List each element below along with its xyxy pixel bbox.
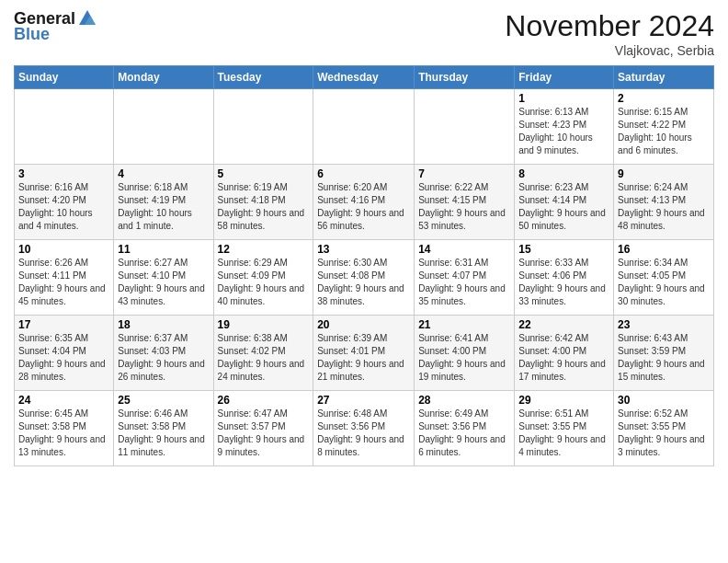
day-number: 6 [317, 167, 410, 180]
day-info: Sunrise: 6:43 AM Sunset: 3:59 PM Dayligh… [618, 332, 710, 384]
day-number: 23 [618, 318, 710, 331]
table-cell: 26Sunrise: 6:47 AM Sunset: 3:57 PM Dayli… [213, 391, 313, 466]
table-cell: 30Sunrise: 6:52 AM Sunset: 3:55 PM Dayli… [614, 391, 714, 466]
day-number: 2 [618, 92, 710, 105]
table-cell: 11Sunrise: 6:27 AM Sunset: 4:10 PM Dayli… [114, 240, 213, 316]
day-number: 29 [518, 394, 609, 407]
col-friday: Friday [515, 66, 614, 89]
day-info: Sunrise: 6:46 AM Sunset: 3:58 PM Dayligh… [118, 408, 209, 459]
table-cell: 20Sunrise: 6:39 AM Sunset: 4:01 PM Dayli… [313, 316, 415, 391]
calendar-header-row: Sunday Monday Tuesday Wednesday Thursday… [15, 66, 714, 89]
table-cell: 2Sunrise: 6:15 AM Sunset: 4:22 PM Daylig… [614, 89, 714, 165]
day-info: Sunrise: 6:42 AM Sunset: 4:00 PM Dayligh… [518, 332, 609, 384]
table-cell: 10Sunrise: 6:26 AM Sunset: 4:11 PM Dayli… [15, 240, 114, 316]
day-number: 26 [218, 394, 310, 407]
table-cell: 13Sunrise: 6:30 AM Sunset: 4:08 PM Dayli… [313, 240, 415, 316]
day-info: Sunrise: 6:29 AM Sunset: 4:09 PM Dayligh… [218, 257, 310, 308]
day-info: Sunrise: 6:26 AM Sunset: 4:11 PM Dayligh… [18, 257, 109, 308]
table-cell: 12Sunrise: 6:29 AM Sunset: 4:09 PM Dayli… [213, 240, 313, 316]
day-info: Sunrise: 6:33 AM Sunset: 4:06 PM Dayligh… [518, 257, 609, 308]
day-number: 18 [118, 318, 209, 331]
day-info: Sunrise: 6:38 AM Sunset: 4:02 PM Dayligh… [218, 332, 310, 384]
day-info: Sunrise: 6:31 AM Sunset: 4:07 PM Dayligh… [418, 257, 510, 308]
day-number: 30 [618, 394, 710, 407]
day-number: 9 [618, 167, 710, 180]
day-info: Sunrise: 6:52 AM Sunset: 3:55 PM Dayligh… [618, 408, 710, 459]
day-number: 25 [118, 394, 209, 407]
day-info: Sunrise: 6:35 AM Sunset: 4:04 PM Dayligh… [18, 332, 109, 384]
day-number: 8 [518, 167, 609, 180]
day-number: 27 [317, 394, 410, 407]
table-cell: 24Sunrise: 6:45 AM Sunset: 3:58 PM Dayli… [15, 391, 114, 466]
table-cell [313, 89, 415, 165]
day-number: 12 [218, 243, 310, 256]
day-info: Sunrise: 6:13 AM Sunset: 4:23 PM Dayligh… [518, 106, 609, 157]
day-number: 21 [418, 318, 510, 331]
table-cell: 19Sunrise: 6:38 AM Sunset: 4:02 PM Dayli… [213, 316, 313, 391]
logo: General Blue [14, 9, 97, 44]
table-cell: 23Sunrise: 6:43 AM Sunset: 3:59 PM Dayli… [614, 316, 714, 391]
table-cell: 27Sunrise: 6:48 AM Sunset: 3:56 PM Dayli… [313, 391, 415, 466]
table-cell: 17Sunrise: 6:35 AM Sunset: 4:04 PM Dayli… [15, 316, 114, 391]
day-number: 28 [418, 394, 510, 407]
day-info: Sunrise: 6:48 AM Sunset: 3:56 PM Dayligh… [317, 408, 410, 459]
day-number: 14 [418, 243, 510, 256]
day-number: 13 [317, 243, 410, 256]
table-cell: 6Sunrise: 6:20 AM Sunset: 4:16 PM Daylig… [313, 165, 415, 240]
day-info: Sunrise: 6:39 AM Sunset: 4:01 PM Dayligh… [317, 332, 410, 384]
header: General Blue November 2024 Vlajkovac, Se… [14, 9, 714, 58]
day-info: Sunrise: 6:18 AM Sunset: 4:19 PM Dayligh… [118, 181, 209, 233]
table-cell: 1Sunrise: 6:13 AM Sunset: 4:23 PM Daylig… [515, 89, 614, 165]
table-cell: 29Sunrise: 6:51 AM Sunset: 3:55 PM Dayli… [515, 391, 614, 466]
day-info: Sunrise: 6:47 AM Sunset: 3:57 PM Dayligh… [218, 408, 310, 459]
day-info: Sunrise: 6:15 AM Sunset: 4:22 PM Dayligh… [618, 106, 710, 157]
calendar-week-4: 17Sunrise: 6:35 AM Sunset: 4:04 PM Dayli… [15, 316, 714, 391]
day-number: 3 [18, 167, 109, 180]
col-thursday: Thursday [415, 66, 515, 89]
table-cell: 14Sunrise: 6:31 AM Sunset: 4:07 PM Dayli… [415, 240, 515, 316]
table-cell: 28Sunrise: 6:49 AM Sunset: 3:56 PM Dayli… [415, 391, 515, 466]
day-info: Sunrise: 6:49 AM Sunset: 3:56 PM Dayligh… [418, 408, 510, 459]
day-info: Sunrise: 6:24 AM Sunset: 4:13 PM Dayligh… [618, 181, 710, 233]
location: Vlajkovac, Serbia [505, 43, 714, 58]
day-number: 1 [518, 92, 609, 105]
day-number: 10 [18, 243, 109, 256]
table-cell: 3Sunrise: 6:16 AM Sunset: 4:20 PM Daylig… [15, 165, 114, 240]
table-cell: 7Sunrise: 6:22 AM Sunset: 4:15 PM Daylig… [415, 165, 515, 240]
table-cell: 9Sunrise: 6:24 AM Sunset: 4:13 PM Daylig… [614, 165, 714, 240]
table-cell: 8Sunrise: 6:23 AM Sunset: 4:14 PM Daylig… [515, 165, 614, 240]
day-info: Sunrise: 6:20 AM Sunset: 4:16 PM Dayligh… [317, 181, 410, 233]
table-cell: 15Sunrise: 6:33 AM Sunset: 4:06 PM Dayli… [515, 240, 614, 316]
calendar-week-2: 3Sunrise: 6:16 AM Sunset: 4:20 PM Daylig… [15, 165, 714, 240]
col-saturday: Saturday [614, 66, 714, 89]
day-info: Sunrise: 6:23 AM Sunset: 4:14 PM Dayligh… [518, 181, 609, 233]
day-number: 16 [618, 243, 710, 256]
day-info: Sunrise: 6:19 AM Sunset: 4:18 PM Dayligh… [218, 181, 310, 233]
table-cell [15, 89, 114, 165]
table-cell: 18Sunrise: 6:37 AM Sunset: 4:03 PM Dayli… [114, 316, 213, 391]
table-cell: 5Sunrise: 6:19 AM Sunset: 4:18 PM Daylig… [213, 165, 313, 240]
day-number: 7 [418, 167, 510, 180]
day-info: Sunrise: 6:41 AM Sunset: 4:00 PM Dayligh… [418, 332, 510, 384]
day-number: 4 [118, 167, 209, 180]
col-sunday: Sunday [15, 66, 114, 89]
table-cell: 16Sunrise: 6:34 AM Sunset: 4:05 PM Dayli… [614, 240, 714, 316]
day-number: 5 [218, 167, 310, 180]
day-info: Sunrise: 6:16 AM Sunset: 4:20 PM Dayligh… [18, 181, 109, 233]
day-info: Sunrise: 6:45 AM Sunset: 3:58 PM Dayligh… [18, 408, 109, 459]
title-block: November 2024 Vlajkovac, Serbia [505, 9, 714, 58]
page-container: General Blue November 2024 Vlajkovac, Se… [0, 0, 728, 471]
calendar-week-3: 10Sunrise: 6:26 AM Sunset: 4:11 PM Dayli… [15, 240, 714, 316]
table-cell [415, 89, 515, 165]
col-wednesday: Wednesday [313, 66, 415, 89]
day-number: 22 [518, 318, 609, 331]
logo-blue-text: Blue [14, 25, 50, 44]
table-cell: 4Sunrise: 6:18 AM Sunset: 4:19 PM Daylig… [114, 165, 213, 240]
day-info: Sunrise: 6:22 AM Sunset: 4:15 PM Dayligh… [418, 181, 510, 233]
calendar-week-1: 1Sunrise: 6:13 AM Sunset: 4:23 PM Daylig… [15, 89, 714, 165]
day-number: 11 [118, 243, 209, 256]
col-tuesday: Tuesday [213, 66, 313, 89]
month-title: November 2024 [505, 9, 714, 43]
table-cell: 21Sunrise: 6:41 AM Sunset: 4:00 PM Dayli… [415, 316, 515, 391]
day-number: 15 [518, 243, 609, 256]
